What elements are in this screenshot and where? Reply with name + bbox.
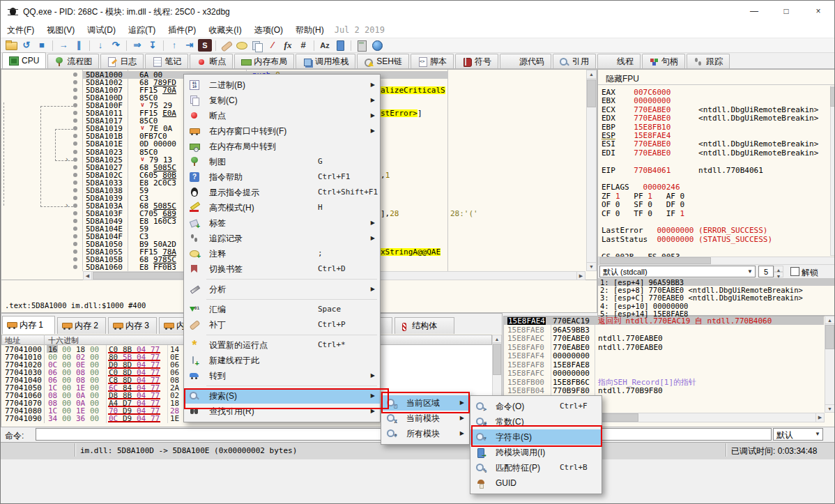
tab-notes[interactable]: 笔记 — [145, 54, 188, 68]
register-line[interactable]: EBP 15E8FB10 — [602, 123, 671, 131]
memory-pages-icon[interactable] — [250, 39, 264, 52]
stack-row-address[interactable]: 15E8FAE8 — [507, 326, 544, 334]
menu-item-匹配特征(P)[interactable]: %匹配特征(P)Ctrl+B — [470, 460, 602, 475]
menu-item-追踪记录[interactable]: 追踪记录▶ — [184, 231, 380, 246]
scroll-up-button[interactable]: ▲ — [586, 70, 597, 79]
dump-byte[interactable]: 34 — [48, 415, 57, 422]
tab-trace[interactable]: 跟踪 — [687, 54, 730, 68]
menu-item-设置新的运行点[interactable]: 设置新的运行点Ctrl+* — [184, 337, 380, 353]
breakpoint-dot-icon[interactable] — [73, 265, 77, 269]
tab-breakpoints[interactable]: 断点 — [190, 54, 233, 68]
dump-byte[interactable]: 00 — [62, 415, 71, 422]
menu-item-复制(C)[interactable]: 复制(C)▶ — [184, 93, 380, 108]
breakpoint-dot-icon[interactable] — [73, 126, 77, 130]
shortcuts-icon[interactable]: # — [296, 39, 310, 52]
breakpoint-dot-icon[interactable] — [73, 72, 77, 77]
menubar-item-2[interactable]: 调试(D) — [81, 22, 122, 39]
stack-row-address[interactable]: 15E8FAFC — [507, 369, 544, 377]
tab-cpu[interactable]: CPU — [2, 52, 46, 68]
disasm-row-bytes[interactable]: 6A 00 — [139, 71, 190, 79]
menu-item-标签[interactable]: 标签▶ — [184, 215, 380, 231]
stack-row-value[interactable]: 15E8FAE8 — [553, 361, 590, 369]
breakpoint-dot-icon[interactable] — [73, 96, 77, 100]
tab-handles[interactable]: 句柄 — [642, 54, 685, 68]
breakpoint-dot-icon[interactable] — [73, 134, 77, 138]
menu-item-新建线程于此[interactable]: 新建线程于此 — [184, 353, 380, 368]
stack-row-value[interactable]: 770EAC19 — [553, 317, 590, 325]
stack-row-address[interactable]: 15E8FAE4 — [507, 317, 546, 325]
stack-row-value[interactable]: 96A59BB3 — [553, 326, 590, 334]
stack-row-value[interactable]: 770B9F80 — [553, 387, 590, 395]
calling-convention-combo[interactable]: 默认 (stdcall)▼ — [599, 266, 756, 277]
stack-row-value[interactable]: 00000000 — [553, 369, 590, 377]
menu-item-GUID[interactable]: GUID — [470, 475, 602, 491]
register-line[interactable]: EBX 00000000 — [602, 97, 671, 105]
scroll-thumb[interactable] — [493, 344, 501, 375]
appearance-icon[interactable]: Az — [318, 39, 332, 52]
menu-item-高亮模式(H)[interactable]: 高亮模式(H)H — [184, 200, 380, 215]
open-file-icon[interactable] — [4, 39, 18, 52]
menu-item-在内存窗口中转到(F)[interactable]: 在内存窗口中转到(F)▶ — [184, 123, 380, 139]
menu-item-跨模块调用(I)[interactable]: 跨模块调用(I) — [470, 445, 602, 460]
breakpoint-dot-icon[interactable] — [73, 165, 77, 169]
tab-source[interactable]: 源代码 — [500, 54, 551, 68]
disasm-row-bytes[interactable]: 85C0 — [139, 148, 190, 156]
breakpoint-dot-icon[interactable] — [73, 119, 77, 123]
breakpoint-dot-icon[interactable] — [73, 211, 77, 215]
disasm-row-bytes[interactable]: E8 160C3 — [139, 217, 190, 225]
spin-down-button[interactable]: ▼ — [774, 272, 783, 277]
dump-byte[interactable]: 1E — [170, 415, 179, 422]
disasm-row-bytes[interactable]: 59 — [139, 225, 190, 233]
register-line[interactable]: ZF 1 PF 1 AF 0 — [602, 192, 684, 200]
arg-depth-field[interactable]: 5 — [758, 266, 774, 277]
register-line[interactable]: OF 0 SF 0 DF 0 — [602, 201, 684, 208]
breakpoint-dot-icon[interactable] — [73, 103, 77, 107]
dump-tab-1[interactable]: 内存 2 — [57, 317, 106, 334]
scroll-right-button[interactable]: ▶ — [576, 271, 585, 280]
breakpoint-dot-icon[interactable] — [73, 204, 77, 208]
menu-item-转到[interactable]: 转到▶ — [184, 368, 380, 383]
tab-call-stack[interactable]: 调用堆栈 — [296, 54, 355, 68]
register-line[interactable]: LastStatus 00000000 (STATUS_SUCCESS) — [602, 236, 772, 243]
menu-item-命令(O)[interactable]: >命令(O)Ctrl+F — [470, 399, 602, 414]
scroll-right-button[interactable]: ▶ — [815, 413, 825, 422]
register-line[interactable]: EIP 770B4061 ntdll.770B4061 — [602, 167, 763, 174]
menu-item-切换书签[interactable]: 切换书签Ctrl+D — [184, 261, 380, 277]
disasm-row-bytes[interactable]: 85C0 — [139, 94, 190, 102]
register-line[interactable]: EFLAGS 00000246 — [602, 183, 680, 191]
hide-fpu-button[interactable]: 隐藏FPU — [606, 73, 639, 85]
disasm-row-bytes[interactable]: C705 689 — [139, 210, 190, 217]
menubar-item-5[interactable]: 收藏夹(I) — [202, 22, 247, 39]
restart-icon[interactable]: ↺ — [20, 39, 33, 52]
unlock-checkbox[interactable] — [790, 267, 799, 276]
scroll-down-button[interactable]: ▼ — [825, 404, 835, 413]
execute-till-return-icon[interactable]: ↧ — [146, 39, 160, 52]
menubar-item-1[interactable]: 视图(V) — [40, 22, 81, 39]
scroll-thumb[interactable] — [599, 257, 711, 264]
comments-icon[interactable] — [235, 39, 249, 52]
dump-byte[interactable]: 00 — [90, 415, 99, 422]
command-mode-combo[interactable]: 默认 ▼ — [773, 428, 823, 441]
menu-item-制图[interactable]: 制图G — [184, 154, 380, 169]
menubar-item-3[interactable]: 追踪(T) — [122, 22, 162, 39]
menu-item-汇编[interactable]: 汇编Space — [184, 302, 380, 317]
menu-item-在内存布局中转到[interactable]: 在内存布局中转到 — [184, 139, 380, 154]
disasm-row-bytes[interactable]: 0D 00000 — [139, 140, 190, 148]
disasm-row-bytes[interactable]: 68 5085C — [139, 202, 190, 210]
breakpoint-dot-icon[interactable] — [73, 227, 77, 231]
scroll-up-button[interactable]: ▲ — [492, 335, 502, 343]
stack-row-value[interactable]: 770EABE0 — [553, 344, 590, 351]
scroll-thumb[interactable] — [830, 87, 835, 107]
stack-row-address[interactable]: 15E8FAF0 — [507, 344, 544, 351]
topmost-icon[interactable] — [333, 39, 347, 52]
breakpoint-dot-icon[interactable] — [73, 250, 77, 254]
stop-icon[interactable]: ■ — [35, 39, 49, 52]
step-into-icon[interactable]: ↓ — [93, 39, 107, 52]
disasm-row-bytes[interactable]: C3 — [139, 194, 190, 202]
dump-tab-0[interactable]: 内存 1 — [2, 316, 55, 334]
spin-up-button[interactable]: ▲ — [774, 266, 783, 272]
disasm-row-bytes[interactable]: FF15 E0A — [139, 109, 190, 117]
menu-item-二进制(B)[interactable]: 二进制(B)▶ — [184, 77, 380, 93]
disasm-row-bytes[interactable]: 0FB7C0 — [139, 132, 190, 140]
stack-row-address[interactable]: 15E8FB00 — [507, 379, 544, 386]
